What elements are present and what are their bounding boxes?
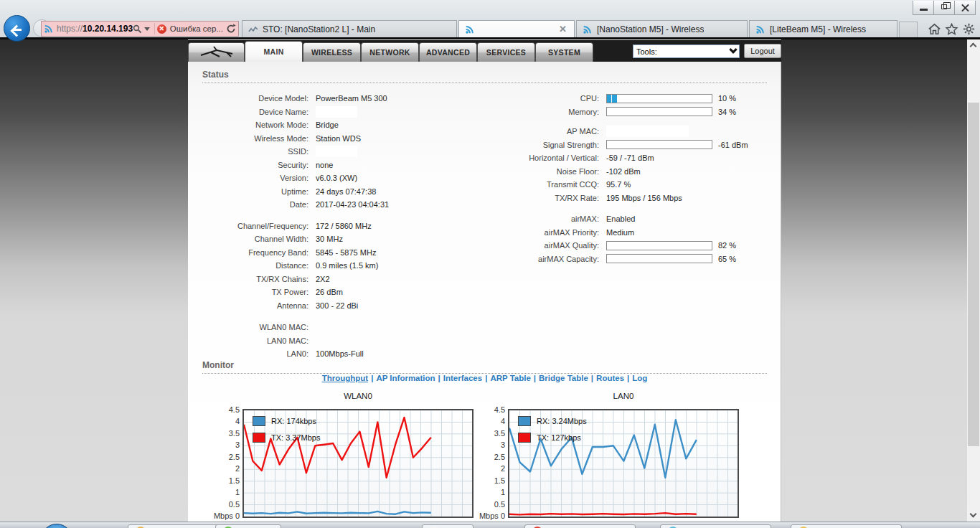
y-tick-label: 1 (235, 488, 240, 496)
tab-advanced[interactable]: ADVANCED (419, 42, 477, 62)
scroll-up-button[interactable] (967, 39, 980, 52)
cpu-progress-bar (606, 94, 712, 103)
certificate-error-icon[interactable]: ✕ (157, 24, 166, 34)
field-label: CPU: (504, 94, 606, 103)
monitor-link-routes[interactable]: Routes (596, 374, 624, 382)
y-tick-label: 3 (235, 440, 240, 449)
y-tick-label: 2 (235, 464, 240, 473)
masked-value-box (606, 126, 689, 137)
chart-frame-lan0: RX: 3.24MbpsTX: 127kbps (508, 409, 739, 518)
field-label: TX Power: (188, 288, 316, 296)
monitor-link-interfaces[interactable]: Interfaces (443, 374, 482, 382)
tab-main[interactable]: MAIN (245, 41, 303, 62)
field-value (606, 126, 689, 137)
y-tick-label: 1.5 (494, 476, 505, 485)
status-row: Horizontal / Vertical:-59 / -71 dBm (504, 151, 781, 165)
search-controls[interactable] (133, 24, 152, 34)
y-tick-label: 3.5 (494, 429, 505, 438)
windows-taskbar (0, 522, 980, 528)
status-row: Wireless Mode:Station WDS (188, 132, 496, 146)
group-gap (188, 212, 496, 220)
scrollbar-thumb[interactable] (968, 103, 979, 446)
tools-dropdown[interactable]: Tools: (633, 44, 740, 58)
scroll-down-button[interactable] (967, 509, 980, 522)
status-row: Channel/Frequency:172 / 5860 MHz (188, 220, 496, 233)
field-value: PowerBeam M5 300 (316, 94, 387, 103)
taskbar-button[interactable] (422, 524, 473, 528)
monitor-link-ap-information[interactable]: AP Information (376, 374, 435, 382)
taskbar-button[interactable] (791, 524, 902, 528)
status-row: LAN0 MAC: (188, 334, 496, 348)
legend-label: TX: 3.37Mbps (271, 433, 320, 442)
ubiquiti-logo-tab[interactable] (188, 42, 245, 62)
status-row: Noise Floor:-102 dBm (504, 165, 781, 179)
new-tab-button[interactable] (899, 22, 918, 37)
settings-gear-icon[interactable] (962, 22, 976, 36)
field-label: airMAX Priority: (504, 228, 606, 237)
status-row: CPU:10 % (504, 92, 781, 105)
taskbar-button[interactable] (524, 524, 636, 528)
tab-network[interactable]: NETWORK (361, 42, 419, 62)
memory-progress-bar (606, 107, 712, 116)
address-bar[interactable]: https://10.20.14.193/index.cgi ✕ Ошибка … (41, 21, 239, 37)
field-value: 24 days 07:47:38 (316, 187, 376, 196)
chart-plot (244, 410, 472, 517)
vertical-scrollbar[interactable] (967, 39, 980, 522)
y-tick-label: 2.5 (229, 453, 240, 461)
monitor-link-log[interactable]: Log (632, 374, 647, 382)
status-row: Memory:34 % (504, 105, 781, 119)
field-label: SSID: (188, 147, 316, 156)
status-row: airMAX Priority:Medium (504, 226, 781, 240)
field-value: -102 dBm (606, 167, 641, 176)
field-value: -59 / -71 dBm (606, 154, 654, 162)
browser-tab-nanostation2[interactable]: STO: [NanoStation2 L] - Main (242, 20, 457, 37)
chevron-down-icon (970, 511, 977, 518)
monitor-link-arp-table[interactable]: ARP Table (490, 374, 530, 382)
legend-swatch (518, 416, 531, 426)
tab-wireless[interactable]: WIRELESS (303, 42, 361, 62)
window-controls (913, 1, 976, 15)
field-label: airMAX Quality: (504, 241, 606, 250)
field-label: Version: (188, 174, 316, 182)
rainbow-progress-bar (606, 241, 712, 250)
back-button[interactable] (4, 15, 30, 42)
tab-close-icon[interactable]: ✕ (557, 24, 568, 34)
status-row: airMAX:Enabled (504, 212, 781, 226)
y-origin-label: Mbps 0 (479, 512, 505, 520)
monitor-link-throughput[interactable]: Throughput (322, 374, 369, 382)
chart-plot (509, 410, 738, 517)
browser-tab-litebeam-m5[interactable]: [LiteBeam M5] - Wireless (749, 20, 897, 37)
feed-icon (44, 24, 54, 34)
progress-fill (607, 108, 643, 116)
refresh-icon[interactable] (226, 24, 236, 34)
browser-tab-active[interactable]: ✕ (458, 20, 575, 37)
rainbow-progress-bar (606, 140, 712, 149)
status-row: Signal Strength:-61 dBm (504, 138, 781, 152)
legend-swatch (518, 433, 531, 443)
home-icon[interactable] (928, 22, 941, 36)
taskbar-button[interactable] (660, 524, 771, 528)
screen: https://10.20.14.193/index.cgi ✕ Ошибка … (0, 0, 980, 528)
favorites-star-icon[interactable] (945, 22, 958, 36)
close-button[interactable] (954, 1, 976, 15)
taskbar-button[interactable] (215, 524, 281, 528)
feed-icon (465, 24, 475, 34)
minimize-button[interactable] (913, 1, 934, 15)
field-label: Antenna: (188, 301, 316, 310)
field-label: airMAX: (504, 214, 606, 223)
start-button[interactable] (41, 524, 72, 528)
field-label: Wireless Mode: (188, 134, 316, 143)
field-value: -61 dBm (606, 140, 748, 149)
logout-button[interactable]: Logout (744, 44, 781, 58)
browser-tab-nanostation-m5[interactable]: [NanoStation M5] - Wireless (576, 20, 748, 37)
restore-button[interactable] (933, 1, 955, 15)
y-tick-label: 4 (235, 417, 240, 425)
link-separator: | (627, 374, 629, 382)
status-row: Antenna:300 - 22 dBi (188, 299, 496, 313)
monitor-link-bridge-table[interactable]: Bridge Table (539, 374, 588, 382)
status-heading: Status (202, 70, 767, 83)
field-value: Station WDS (316, 134, 361, 143)
tab-system[interactable]: SYSTEM (535, 42, 593, 62)
tab-services[interactable]: SERVICES (477, 42, 535, 62)
field-value: 100Mbps-Full (316, 349, 364, 358)
